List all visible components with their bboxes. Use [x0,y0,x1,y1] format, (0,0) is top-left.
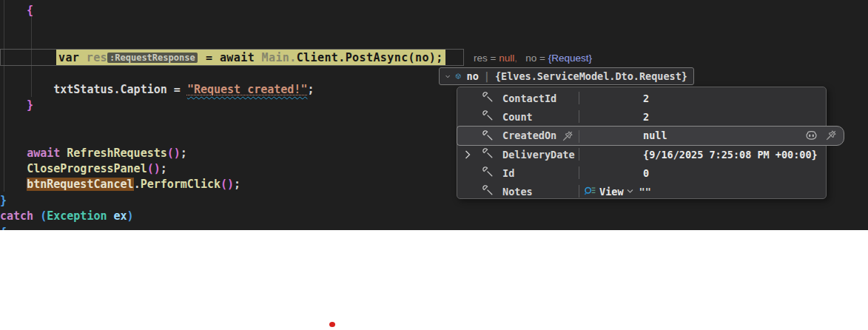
semicolon: ; [307,83,314,96]
highlighted-reference: btnRequestCancel [27,178,134,191]
inline-res-name: res [474,53,491,64]
current-statement-highlight: var res:RequestResponse = await Main.Cli… [56,50,445,65]
property-name: ContactId [502,92,556,104]
parens: () [221,178,234,191]
inline-no-name: no [525,53,539,64]
code-line: catch (Exception ex) [0,208,134,224]
property-name: Id [502,167,514,179]
property-name: Caption [121,83,167,96]
property-name: CreatedOn [502,129,556,141]
code-line: { [0,2,33,18]
method-name: CloseProgressPanel [27,162,147,175]
parens: () [147,162,161,175]
code-line: { [0,224,7,230]
column-separator [579,92,579,104]
close-paren: ) [127,209,134,223]
code-editor[interactable]: { var res:RequestResponse = await Main.C… [0,0,868,230]
semicolon: ; [161,162,167,175]
dot: . [134,178,141,191]
view-label: View [599,186,624,198]
indent [0,178,27,191]
property-value: null [643,129,667,141]
indent [0,83,53,96]
kw-await: await [27,147,67,160]
property-name: DeliveryDate [502,149,575,161]
screenshot-root: { var res:RequestResponse = await Main.C… [0,0,868,330]
datatip-body: ContactId 2 Count 2 CreatedOn null [457,87,827,199]
datatip-row[interactable]: Count 2 [457,107,826,126]
property-value: 2 [643,111,649,123]
indent [0,147,27,160]
expand-chevron-icon[interactable] [465,149,471,161]
row-actions [805,129,837,141]
string-literal: "Request created!" [187,83,308,96]
code-line: CloseProgressPanel(); [0,161,167,177]
datatip-variable-name: no [467,70,479,82]
code-line: await RefreshRequests(); [0,145,187,161]
view-visualizer-button[interactable]: View "" [584,186,651,198]
qualifier: Main. [262,51,297,64]
code-line: } [0,97,33,113]
code-line: btnRequestCancel.PerformClick(); [0,176,240,192]
chevron-down-icon[interactable] [445,73,450,80]
parens: () [167,147,181,160]
column-separator [579,110,579,123]
property-wrench-icon [482,166,494,180]
inline-gap [517,53,525,64]
column-separator [579,130,579,143]
column-separator [579,166,579,179]
assign-op: = [199,51,220,64]
inline-type-hint: :RequestResponse [107,53,198,63]
property-wrench-icon [482,110,494,124]
exception-type: Exception [47,209,107,223]
property-wrench-icon [482,185,494,198]
property-wrench-icon [482,92,494,105]
datatip-row[interactable]: Notes View "" [457,182,826,201]
dot: . [114,83,121,96]
assign-op: = [167,83,187,96]
pin-icon[interactable] [825,129,837,141]
property-wrench-icon [482,148,494,161]
kw-var: var [58,51,87,64]
inline-no-value: {Request} [548,53,592,64]
kw-await: await [220,51,262,64]
magnifier-view-icon [584,186,596,197]
open-paren: ( [40,209,47,223]
code-line: } [0,192,7,209]
white-canvas [0,230,868,330]
datatip-row[interactable]: DeliveryDate {9/16/2025 7:25:08 PM +00:0… [457,145,826,164]
property-name: Count [502,111,533,123]
semicolon: ; [234,178,240,191]
datatip-row[interactable]: ContactId 2 [457,89,826,107]
column-separator [579,185,579,198]
datatip-row[interactable]: Id 0 [457,164,826,182]
var-name: res [87,51,107,64]
open-brace: { [0,4,33,17]
datatip-row-hovered[interactable]: CreatedOn null [457,126,844,146]
variable-cube-icon [455,70,461,82]
unpin-icon[interactable] [562,130,573,144]
object-name: txtStatus [53,83,113,96]
copilot-icon[interactable] [805,129,818,141]
property-value: "" [639,186,651,198]
call-expression: Client.PostAsync(no); [297,51,443,64]
property-value: 0 [643,167,649,179]
red-dot [329,322,335,327]
datatip-type: {Elves.ServiceModel.Dto.Request} [495,70,687,82]
datatip-header[interactable]: no | {Elves.ServiceModel.Dto.Request} [439,67,694,85]
debugger-inline-values: res = null, no = {Request} [474,50,592,66]
property-wrench-icon [482,130,494,144]
method-name: RefreshRequests [67,147,166,160]
indent [0,162,27,175]
close-brace: } [0,194,7,207]
chevron-down-icon [627,189,633,194]
method-name: PerformClick [141,178,221,191]
property-name: Notes [502,186,533,198]
close-brace: } [0,98,33,112]
inline-res-value: null [499,53,514,64]
column-separator [579,148,579,161]
datatip-separator: | [484,70,490,82]
kw-catch: catch [0,209,40,223]
inline-res-eq: = [491,53,499,64]
inline-no-eq: = [539,53,548,64]
